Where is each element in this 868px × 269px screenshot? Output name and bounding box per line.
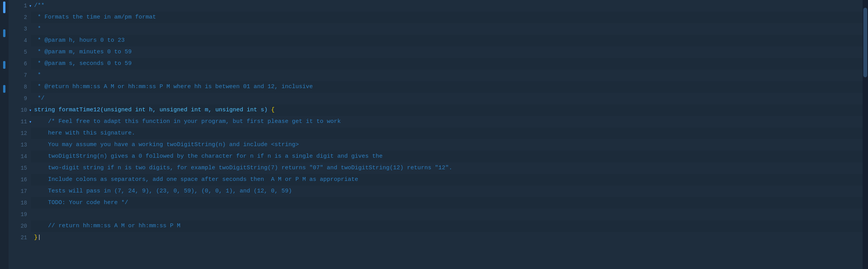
- code-line-18: TODO: Your code here */: [31, 197, 863, 209]
- code-line-5: * @param m, minutes 0 to 59: [31, 46, 863, 58]
- line-number-21: 21: [9, 232, 31, 243]
- code-line-19: [31, 209, 863, 220]
- code-line-7: *: [31, 70, 863, 81]
- line-number-5: 5: [9, 46, 31, 58]
- code-line-16: Include colons as separators, add one sp…: [31, 174, 863, 186]
- code-line-3: *: [31, 23, 863, 35]
- left-accent: [0, 0, 9, 269]
- code-line-10: string formatTime12(unsigned int h, unsi…: [31, 104, 863, 116]
- code-line-6: * @param s, seconds 0 to 59: [31, 58, 863, 70]
- line-number-10: 10: [9, 104, 31, 116]
- scrollbar-thumb[interactable]: [863, 8, 867, 77]
- code-line-20: // return hh:mm:ss A M or hh:mm:ss P M: [31, 220, 863, 232]
- line-number-8: 8: [9, 81, 31, 93]
- line-number-20: 20: [9, 220, 31, 232]
- line-number-15: 15: [9, 162, 31, 174]
- code-line-11: /* Feel free to adapt this function in y…: [31, 116, 863, 128]
- line-number-18: 18: [9, 197, 31, 209]
- code-line-1: /**: [31, 0, 863, 12]
- code-line-2: * Formats the time in am/pm format: [31, 12, 863, 23]
- line-number-6: 6: [9, 58, 31, 70]
- scrollbar[interactable]: [863, 0, 868, 269]
- line-number-gutter: 123456789101112131415161718192021: [9, 0, 31, 269]
- accent-bar-4: [3, 85, 5, 93]
- editor-container: 123456789101112131415161718192021 /** * …: [0, 0, 868, 269]
- line-number-11: 11: [9, 116, 31, 128]
- line-number-7: 7: [9, 70, 31, 81]
- line-number-4: 4: [9, 35, 31, 46]
- line-number-19: 19: [9, 209, 31, 220]
- code-line-14: twoDigitString(n) gives a 0 followed by …: [31, 151, 863, 162]
- code-line-4: * @param h, hours 0 to 23: [31, 35, 863, 46]
- line-number-14: 14: [9, 151, 31, 162]
- code-line-15: two-digit string if n is two digits, for…: [31, 162, 863, 174]
- line-number-1: 1: [9, 0, 31, 12]
- code-area[interactable]: /** * Formats the time in am/pm format *…: [31, 0, 863, 269]
- line-number-16: 16: [9, 174, 31, 186]
- accent-bar-2: [3, 29, 5, 37]
- code-line-13: You may assume you have a working twoDig…: [31, 139, 863, 151]
- accent-bar-3: [3, 61, 5, 69]
- code-line-9: */: [31, 93, 863, 104]
- code-line-12: here with this signature.: [31, 128, 863, 139]
- code-line-21: }|: [31, 232, 863, 243]
- line-number-13: 13: [9, 139, 31, 151]
- accent-bar-1: [3, 2, 5, 13]
- line-number-17: 17: [9, 186, 31, 197]
- code-line-17: Tests will pass in (7, 24, 9), (23, 0, 5…: [31, 186, 863, 197]
- line-number-9: 9: [9, 93, 31, 104]
- line-number-12: 12: [9, 128, 31, 139]
- code-line-8: * @return hh:mm:ss A M or hh:mm:ss P M w…: [31, 81, 863, 93]
- line-number-2: 2: [9, 12, 31, 23]
- line-number-3: 3: [9, 23, 31, 35]
